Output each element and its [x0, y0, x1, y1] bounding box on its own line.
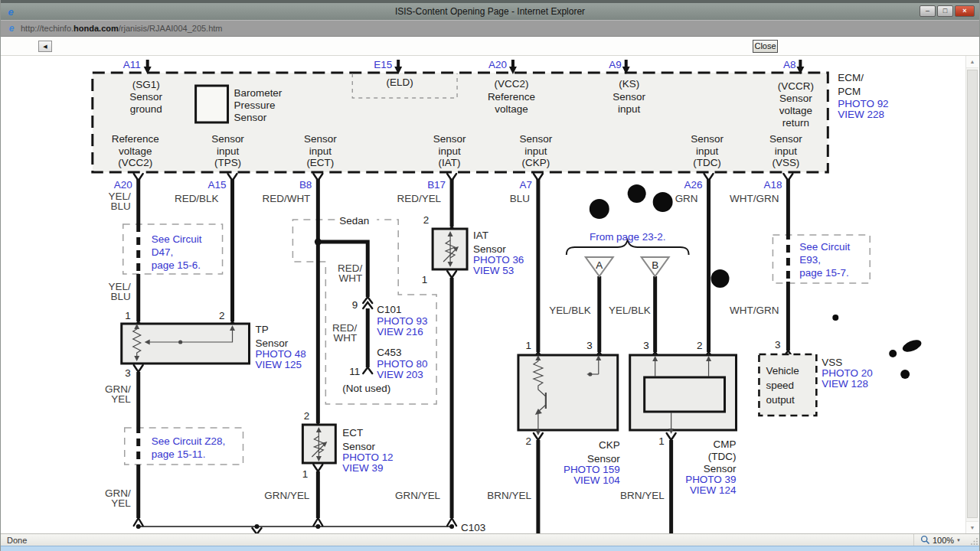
- toolbar: ◀ Close: [1, 37, 979, 56]
- label-page-15-7[interactable]: page 15-7.: [799, 267, 848, 279]
- label-page-15-11[interactable]: page 15-11.: [152, 448, 206, 460]
- c101-pin-9: 9: [352, 299, 358, 311]
- label-grn: GRN: [675, 193, 698, 204]
- label-vcc2: (VCC2): [118, 157, 152, 168]
- label-ks: (KS): [619, 78, 639, 90]
- label-page-15-6[interactable]: page 15-6.: [152, 259, 201, 271]
- close-window-button[interactable]: ×: [955, 5, 975, 17]
- label-see-circuit-z28[interactable]: See Circuit Z28,: [152, 435, 226, 447]
- label-sensor: Sensor: [691, 133, 724, 145]
- label-from-page-23-2[interactable]: From page 23-2.: [590, 231, 666, 243]
- url-text[interactable]: http://techinfo.honda.com/rjanisis/RJAAI…: [21, 24, 223, 33]
- label-see-circuit[interactable]: See Circuit: [152, 233, 202, 245]
- label-view-53[interactable]: VIEW 53: [473, 265, 514, 276]
- label-photo-39[interactable]: PHOTO 39: [685, 474, 736, 485]
- address-bar[interactable]: e http://techinfo.honda.com/rjanisis/RJA…: [1, 20, 979, 37]
- cmp-pin-3: 3: [643, 340, 648, 351]
- c103-connector-line: [134, 518, 456, 533]
- label-output: output: [766, 394, 795, 406]
- label-yel-blk: YEL/BLK: [609, 305, 651, 316]
- iat-pin-2: 2: [423, 214, 429, 226]
- label-view-124[interactable]: VIEW 124: [690, 484, 737, 496]
- label-voltage: voltage: [779, 105, 812, 116]
- label-grn-yel: GRN/YEL: [264, 490, 310, 501]
- window-title: ISIS-Content Opening Page - Internet Exp…: [1, 6, 979, 17]
- label-brn-yel: BRN/YEL: [487, 490, 531, 501]
- vertical-scrollbar[interactable]: ▲ ▼: [965, 56, 978, 533]
- pin-label-a18: A18: [763, 179, 782, 191]
- label-view-125[interactable]: VIEW 125: [255, 359, 302, 370]
- label-wht-grn: WHT/GRN: [730, 305, 779, 316]
- title-bar[interactable]: e ISIS-Content Opening Page - Internet E…: [1, 3, 979, 20]
- label-sensor: Sensor: [342, 441, 375, 452]
- label-photo-36[interactable]: PHOTO 36: [473, 254, 524, 266]
- label-photo-159[interactable]: PHOTO 159: [564, 464, 620, 475]
- label-tp: TP: [255, 324, 268, 335]
- label-pcm: PCM: [838, 86, 861, 97]
- label-photo-48[interactable]: PHOTO 48: [255, 348, 305, 360]
- pin-label-e15: E15: [374, 59, 392, 70]
- label-see-circuit[interactable]: See Circuit: [799, 241, 850, 253]
- ect-pin-1: 1: [302, 468, 308, 480]
- pin-label-b17: B17: [427, 179, 446, 191]
- label-ect: (ECT): [306, 157, 334, 168]
- label-photo-12[interactable]: PHOTO 12: [342, 452, 393, 463]
- tp-pin-2: 2: [219, 310, 224, 321]
- ckp-pin-2: 2: [525, 435, 531, 447]
- label-ckp: CKP: [599, 439, 620, 451]
- pin-label-a8: A8: [783, 59, 795, 70]
- close-button[interactable]: Close: [753, 40, 778, 53]
- label-voltage: voltage: [119, 145, 152, 157]
- scroll-down-button[interactable]: ▼: [966, 521, 978, 533]
- label-photo-20[interactable]: PHOTO 20: [822, 367, 872, 379]
- scrollbar-thumb[interactable]: [967, 70, 978, 518]
- label-yel: YEL: [111, 393, 131, 405]
- wire-junction-dot: [315, 239, 322, 246]
- ckp-sensor-box: [518, 355, 618, 435]
- ckp-pin-3: 3: [586, 340, 592, 351]
- label-view-203[interactable]: VIEW 203: [377, 369, 423, 380]
- zoom-caret-icon: ▼: [956, 538, 961, 543]
- label-reference: Reference: [488, 91, 535, 103]
- label-view-104[interactable]: VIEW 104: [573, 474, 620, 486]
- label-voltage: voltage: [495, 103, 528, 115]
- label-return: return: [782, 117, 809, 129]
- label-view-228[interactable]: VIEW 228: [838, 109, 884, 120]
- label-c453: C453: [377, 347, 401, 358]
- c453-pin-11: 11: [349, 366, 360, 377]
- zoom-control[interactable]: 100% ▼: [913, 534, 967, 546]
- label-sensor: Sensor: [769, 133, 802, 145]
- label-photo-93[interactable]: PHOTO 93: [377, 315, 427, 327]
- label-tdc: (TDC): [693, 157, 721, 168]
- label-ground: ground: [130, 103, 162, 115]
- label-red-wht: RED/WHT: [263, 193, 311, 204]
- pin-label-b8: B8: [299, 179, 312, 191]
- label-sg1: (SG1): [132, 79, 160, 90]
- resize-grip[interactable]: [971, 537, 978, 545]
- label-wht: WHT: [339, 272, 363, 284]
- label-photo-80[interactable]: PHOTO 80: [377, 358, 427, 370]
- pin-label-a20-top: A20: [488, 59, 507, 70]
- label-vss: (VSS): [772, 157, 799, 168]
- maximize-button[interactable]: □: [937, 5, 953, 17]
- label-sedan: Sedan: [339, 215, 369, 227]
- label-sensor: Sensor: [473, 243, 506, 255]
- label-reference: Reference: [112, 133, 159, 145]
- minimize-button[interactable]: –: [920, 5, 936, 17]
- label-vehicle: Vehicle: [766, 365, 799, 377]
- back-button[interactable]: ◀: [38, 41, 52, 52]
- ect-pin-2: 2: [304, 410, 309, 422]
- label-view-39[interactable]: VIEW 39: [342, 462, 383, 474]
- label-photo-92[interactable]: PHOTO 92: [838, 98, 888, 109]
- window-frame-bottom: [1, 546, 979, 551]
- label-vccr: (VCCR): [778, 80, 814, 92]
- label-view-128[interactable]: VIEW 128: [822, 378, 868, 390]
- scroll-up-button[interactable]: ▲: [966, 56, 978, 68]
- label-blu: BLU: [510, 193, 530, 204]
- label-d47[interactable]: D47,: [152, 246, 173, 258]
- label-e93[interactable]: E93,: [799, 254, 821, 266]
- label-iat: (IAT): [439, 157, 461, 168]
- label-view-216[interactable]: VIEW 216: [377, 326, 423, 337]
- pin-label-a9: A9: [609, 59, 621, 70]
- label-barometer: Barometer: [234, 87, 283, 99]
